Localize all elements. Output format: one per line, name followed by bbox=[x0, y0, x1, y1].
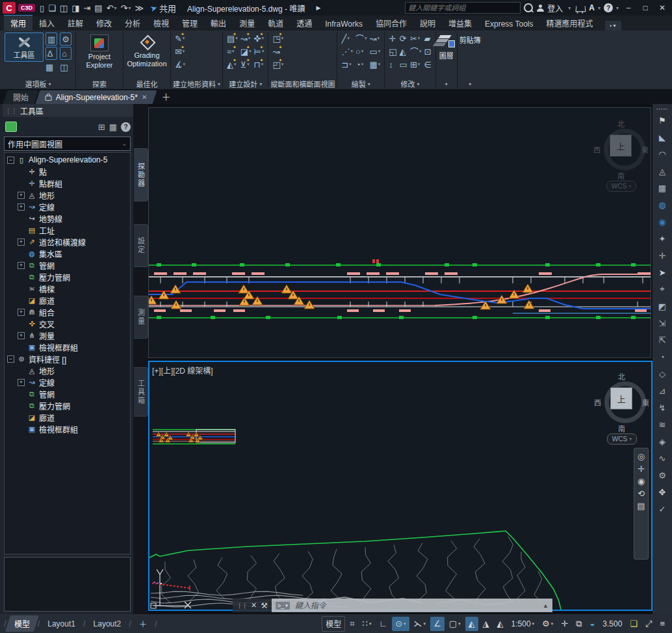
ribbon-tab-協同合作[interactable]: 協同合作 bbox=[369, 16, 413, 31]
select-arrow-icon[interactable]: ➤ bbox=[659, 264, 666, 281]
create-intersection-icon[interactable]: ✜✦▾ bbox=[254, 32, 265, 44]
autodesk-a-icon[interactable]: A bbox=[589, 3, 595, 12]
viewcube-top-face[interactable]: 上 bbox=[610, 135, 632, 157]
isolate-objects-icon[interactable]: ❏ bbox=[627, 617, 641, 631]
shrink-icon[interactable]: ⇱ bbox=[659, 331, 666, 348]
tree-item-定線[interactable]: +↝定線 bbox=[5, 201, 130, 213]
toolspace-button[interactable]: 工具區 bbox=[5, 32, 44, 62]
signal-tool-icon[interactable]: ∿ bbox=[659, 450, 666, 467]
tree-toggle-icon[interactable]: − bbox=[7, 157, 14, 164]
file-tab-start[interactable]: 開始 bbox=[3, 90, 39, 104]
volumes-dashboard-icon[interactable]: ∡▾ bbox=[175, 58, 185, 70]
copy-icon[interactable]: ◱ bbox=[389, 45, 396, 57]
viewcube-label-n[interactable]: 北 bbox=[617, 118, 625, 129]
mirror-icon[interactable]: ◭ bbox=[400, 45, 407, 57]
profile-view-icon[interactable]: ◳✦▾ bbox=[272, 32, 283, 44]
trim-icon[interactable]: ✂▾ bbox=[410, 32, 422, 44]
point-star-icon[interactable]: ✦ bbox=[659, 230, 666, 247]
fillet-icon[interactable]: ⌒▾ bbox=[410, 45, 422, 57]
volumes-dashboard-icon-dropdown[interactable]: ▾ bbox=[183, 62, 186, 67]
panel-label-選項板[interactable]: 選項板▾ bbox=[3, 79, 73, 89]
tree-item-檢視框群組[interactable]: ▣檢視框群組 bbox=[5, 423, 130, 435]
create-assembly-icon[interactable]: ⊨✦▾ bbox=[254, 45, 265, 57]
redo-icon[interactable]: ↷▾ bbox=[119, 1, 133, 14]
check-tool-icon[interactable]: ✓ bbox=[659, 500, 666, 517]
ribbon-tab-常用[interactable]: 常用 bbox=[4, 15, 32, 31]
extend-icon[interactable]: ⇲ bbox=[659, 315, 666, 331]
command-prompt-icon[interactable]: >_▾ bbox=[276, 602, 290, 610]
clipboard-panel-button-dropdown-icon[interactable]: ▾ bbox=[459, 81, 481, 89]
isometric-drafting-icon[interactable]: ⋋▾ bbox=[411, 617, 430, 631]
title-expand-icon[interactable]: ▶ bbox=[314, 1, 322, 14]
layout-tab-Layout1[interactable]: Layout1 bbox=[41, 617, 82, 631]
tree-item-定線[interactable]: +↝定線 bbox=[5, 376, 130, 388]
viewport-controls-label[interactable]: [+][上][2D 線架構] bbox=[152, 365, 213, 376]
polar-tracking-icon[interactable]: ⊙▾ bbox=[392, 617, 409, 631]
stretch-icon[interactable]: ↕ bbox=[389, 58, 396, 70]
pick-tool-icon[interactable]: ✥ bbox=[659, 484, 666, 500]
side-tab-工具箱[interactable]: 工具箱 bbox=[134, 367, 148, 417]
sheet-set-manager-icon[interactable]: ▦ bbox=[45, 61, 57, 73]
create-parcel-icon[interactable]: ▤✦▾ bbox=[227, 32, 238, 44]
object-snap-icon[interactable]: ▢▾ bbox=[446, 617, 464, 631]
project-explorer-button[interactable]: Project Explorer bbox=[80, 32, 119, 71]
polyline-icon-dropdown[interactable]: ▾ bbox=[377, 36, 380, 41]
tree-toggle-icon[interactable]: − bbox=[7, 355, 14, 363]
tree-toggle-icon[interactable]: + bbox=[18, 203, 25, 211]
ribbon-tab-輸出[interactable]: 輸出 bbox=[204, 16, 233, 31]
clean-screen-icon[interactable]: ⤢ bbox=[642, 617, 655, 631]
object-snap-icon-dropdown[interactable]: ▾ bbox=[458, 621, 461, 627]
viewport-top[interactable]: 上北南西東WCS▿ bbox=[148, 107, 651, 358]
clipboard-panel-button[interactable]: 剪貼簿 bbox=[459, 31, 481, 81]
wcs-button[interactable]: WCS▿ bbox=[606, 181, 636, 192]
hatch-icon[interactable]: ▦▾ bbox=[369, 58, 380, 70]
tree-item-點群組[interactable]: ✛點群組 bbox=[5, 177, 130, 189]
command-close-icon[interactable]: ✕ bbox=[251, 601, 257, 610]
object-snap-tracking-icon[interactable]: ∠ bbox=[430, 617, 445, 631]
angle-tool-icon[interactable]: ◔ bbox=[660, 348, 665, 365]
search-input[interactable] bbox=[405, 2, 521, 14]
create-profile-icon[interactable]: ↝✦ bbox=[272, 45, 283, 57]
lightning-icon[interactable]: ↯ bbox=[659, 399, 666, 416]
viewport-bottom-active[interactable]: [+][上][2D 線架構] 上北南西東WCS▿ ◎✛◉⟲▤ bbox=[148, 361, 653, 611]
layout-tab-＋[interactable]: ＋ bbox=[133, 615, 153, 632]
viewcube-label-w[interactable]: 西 bbox=[593, 144, 601, 155]
side-tab-測量[interactable]: 測量 bbox=[134, 296, 148, 339]
tree-item-地勢線[interactable]: ↪地勢線 bbox=[5, 213, 130, 224]
viewcube-label-n[interactable]: 北 bbox=[618, 371, 625, 381]
survey-palette-icon[interactable]: ∆ bbox=[45, 47, 57, 60]
ribbon-tab-檢視[interactable]: 檢視 bbox=[147, 16, 175, 31]
crosshair-toggle-icon[interactable]: ✛ bbox=[558, 617, 571, 631]
tree-item-地形[interactable]: +◬地形 bbox=[5, 189, 130, 201]
open-folder-icon[interactable]: ❏ bbox=[46, 1, 58, 14]
triangle-tool-icon[interactable]: ◣ bbox=[659, 129, 666, 146]
customization-menu-icon[interactable]: ≡ bbox=[656, 617, 668, 631]
line-icon-dropdown[interactable]: ▾ bbox=[347, 36, 350, 41]
annotation-settings-gear-icon[interactable]: ⚙▾ bbox=[539, 617, 556, 631]
grading-optimization-button[interactable]: Grading Optimization bbox=[127, 32, 166, 70]
ortho-mode-icon[interactable]: ∟ bbox=[376, 617, 391, 631]
command-history-icon[interactable]: ▲ bbox=[543, 602, 549, 609]
ribbon-tab-overflow-button[interactable]: ▪ ▾ bbox=[605, 21, 621, 31]
tree-item-廊道[interactable]: ◪廊道 bbox=[5, 294, 130, 306]
rotate-icon[interactable]: ⟳ bbox=[400, 32, 407, 44]
layers-panel-button[interactable]: 圖層 bbox=[438, 31, 455, 81]
geolocation-icon[interactable]: ◍ bbox=[658, 196, 666, 213]
ribbon-tab-註解[interactable]: 註解 bbox=[61, 16, 90, 31]
panel-label-建立設計[interactable]: 建立設計▾ bbox=[225, 79, 266, 89]
command-grip-icon[interactable]: ⋮⋮ bbox=[237, 602, 247, 609]
section-views-icon[interactable]: ◰✦▾ bbox=[272, 58, 283, 70]
viewcube-bottom[interactable]: 上北南西東WCS▿ bbox=[593, 372, 653, 445]
redo-icon-dropdown[interactable]: ▾ bbox=[128, 5, 131, 11]
steering-wheel-icon[interactable]: ◎ bbox=[638, 452, 645, 461]
new-drawing-tab-button[interactable]: ＋ bbox=[156, 90, 175, 104]
slope-tool-icon[interactable]: ⊿ bbox=[659, 382, 666, 399]
viewcube-label-e[interactable]: 東 bbox=[641, 144, 649, 155]
ribbon-tab-管理[interactable]: 管理 bbox=[175, 16, 204, 31]
ribbon-tab-精選應用程式[interactable]: 精選應用程式 bbox=[540, 16, 600, 31]
ribbon-tab-InfraWorks[interactable]: InfraWorks bbox=[318, 18, 369, 31]
array-icon[interactable]: ⊞▾ bbox=[410, 58, 422, 70]
gear-tool-icon[interactable]: ⚙ bbox=[658, 467, 666, 484]
create-grading-icon[interactable]: ◭✦▾ bbox=[227, 58, 238, 70]
help-dropdown-icon[interactable]: ▾ bbox=[616, 5, 619, 11]
